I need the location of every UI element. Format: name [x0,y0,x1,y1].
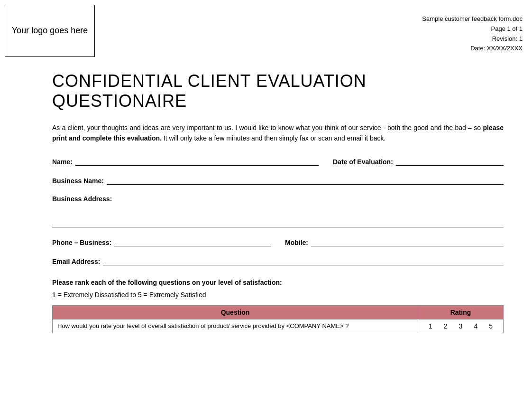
business-address-field-line[interactable] [52,219,504,227]
rating-2: 2 [444,322,448,330]
intro-part1: As a client, your thoughts and ideas are… [52,124,483,131]
business-address-label: Business Address: [52,195,112,203]
header: Your logo goes here Sample customer feed… [0,0,532,62]
rating-numbers: 1 2 3 4 5 [423,322,498,330]
date-group: Date of Evaluation: [333,157,504,166]
table-header-question: Question [53,305,418,319]
address-label-row: Business Address: [52,195,504,203]
doc-revision: Revision: 1 [422,34,523,44]
rating-4: 4 [474,322,477,330]
table-cell-rating: 1 2 3 4 5 [418,319,504,333]
table-header-rating: Rating [418,305,504,319]
name-date-row: Name: Date of Evaluation: [52,157,504,166]
doc-date: Date: XX/XX/2XXX [422,44,523,54]
intro-paragraph: As a client, your thoughts and ideas are… [52,122,504,144]
rating-5: 5 [489,322,493,330]
logo-box: Your logo goes here [5,5,95,57]
phone-mobile-row: Phone – Business: Mobile: [52,238,504,246]
page: Your logo goes here Sample customer feed… [0,0,532,413]
mobile-field-line[interactable] [311,238,504,246]
name-field-line[interactable] [75,157,319,166]
main-content: CONFIDENTIAL CLIENT EVALUATION QUESTIONA… [0,62,532,343]
name-label: Name: [52,158,73,166]
phone-field-line[interactable] [114,238,271,246]
email-label: Email Address: [52,258,100,265]
page-title: CONFIDENTIAL CLIENT EVALUATION QUESTIONA… [52,71,504,111]
name-group: Name: [52,157,319,166]
rating-instruction: Please rank each of the following questi… [52,279,504,286]
phone-label: Phone – Business: [52,239,111,246]
email-row: Email Address: [52,257,504,265]
business-name-field-line[interactable] [107,176,504,185]
date-evaluation-field-line[interactable] [396,157,504,166]
business-name-row: Business Name: [52,176,504,185]
doc-page: Page 1 of 1 [422,24,523,34]
rating-3: 3 [459,322,463,330]
date-evaluation-label: Date of Evaluation: [333,158,393,166]
table-cell-question: How would you rate your level of overall… [53,319,418,333]
intro-part2: It will only take a few minutes and then… [162,134,385,142]
doc-filename: Sample customer feedback form.doc [422,14,523,24]
rating-scale: 1 = Extremely Dissatisfied to 5 = Extrem… [52,291,504,299]
phone-group: Phone – Business: [52,238,271,246]
rating-1: 1 [429,322,432,330]
doc-info: Sample customer feedback form.doc Page 1… [422,14,523,54]
rating-table: Question Rating How would you rate your … [52,305,504,333]
mobile-group: Mobile: [285,238,504,246]
business-name-label: Business Name: [52,177,104,185]
mobile-label: Mobile: [285,239,308,246]
table-row: How would you rate your level of overall… [53,319,504,333]
business-address-section: Business Address: [52,195,504,227]
question-text: How would you rate your level of overall… [57,322,349,329]
email-field-line[interactable] [103,257,504,265]
logo-text: Your logo goes here [12,25,88,36]
